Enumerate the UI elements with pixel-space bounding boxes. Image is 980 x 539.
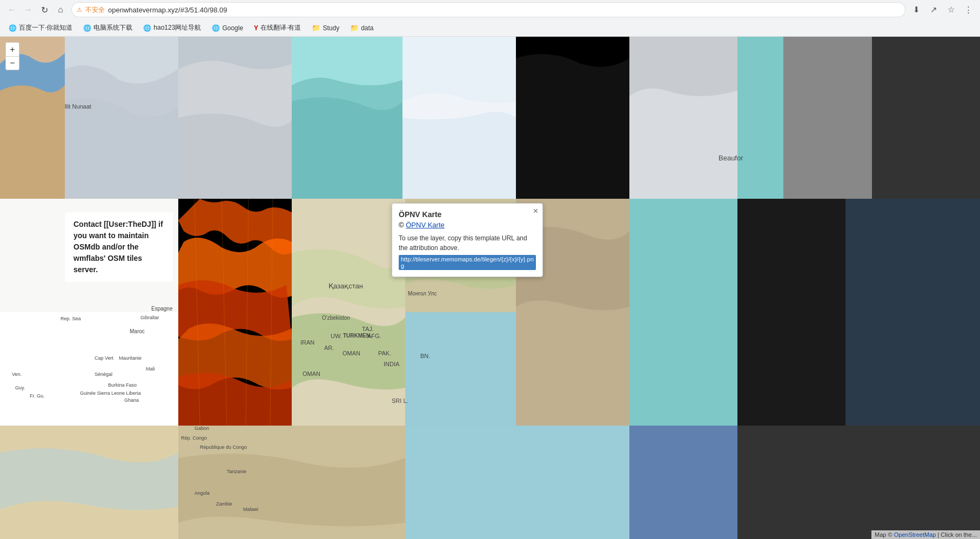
bookmark-youdao-label: 在线翻译·有道: [260, 23, 301, 32]
map-tile-bottom-mid: [178, 426, 405, 539]
bookmark-study-folder-icon: 📁: [312, 24, 320, 32]
bookmark-youdao[interactable]: Y 在线翻译·有道: [250, 22, 305, 33]
bookmark-hao123-icon: 🌐: [143, 24, 151, 32]
map-tile-bottom-left: [0, 426, 178, 539]
bookmark-star-button[interactable]: ☆: [943, 2, 958, 17]
browser-toolbar: ← → ↻ ⌂ ⚠ 不安全 openwhatevermap.xyz/#3/51.…: [0, 0, 980, 19]
map-attribution: Map © OpenStreetMap | Click on the...: [871, 530, 980, 539]
bookmark-diannaoxitong[interactable]: 🌐 电脑系统下载: [79, 22, 137, 33]
bookmark-baidu-icon: 🌐: [9, 24, 17, 32]
label-mali: Mali: [146, 366, 155, 372]
security-label: 不安全: [85, 5, 105, 15]
popup-url-template[interactable]: http://tileserver.memomaps.de/tilegen/{z…: [399, 255, 536, 270]
map-tile-bottom-ocean: [405, 426, 629, 539]
bookmark-baidu-label: 百度一下·你就知道: [19, 23, 72, 32]
home-button[interactable]: ⌂: [53, 2, 68, 17]
toolbar-icons: ⬇ ↗ ☆ ⋮: [909, 2, 976, 17]
bookmark-google-label: Google: [222, 24, 243, 32]
map-tile-bottom-blue: [629, 426, 737, 539]
zoom-out-button[interactable]: −: [5, 56, 19, 70]
forward-button[interactable]: →: [21, 2, 36, 17]
label-guinee: Guinée Sierra Leone Liberia: [80, 390, 141, 397]
map-tile-bottom-right: [737, 426, 980, 539]
map-tile-6: [516, 37, 629, 199]
bookmark-data[interactable]: 📁 data: [346, 23, 378, 33]
map-container[interactable]: llit Nunaat Beaufor Қазақстан O'zbekisto…: [0, 37, 980, 539]
bookmark-youdao-icon: Y: [254, 24, 258, 32]
attribution-osm-link[interactable]: OpenStreetMap: [894, 531, 936, 538]
label-ghana: Ghana: [124, 397, 139, 403]
bookmark-study-label: Study: [323, 24, 339, 32]
bookmark-data-folder-icon: 📁: [350, 24, 359, 32]
attribution-prefix: ©: [399, 221, 404, 229]
map-tile-ocean-ea: [405, 312, 516, 426]
popup-close-button[interactable]: ×: [533, 207, 538, 215]
label-venezia: Ven.: [12, 372, 22, 377]
bookmark-google[interactable]: 🌐 Google: [207, 23, 247, 33]
download-button[interactable]: ⬇: [909, 2, 924, 17]
map-tile-asia1: [292, 199, 405, 426]
attribution-map-text: Map ©: [875, 531, 892, 538]
map-tile-7: [629, 37, 737, 199]
zoom-in-button[interactable]: +: [5, 42, 19, 56]
label-senegal: Sénégal: [95, 372, 112, 377]
map-tile-4: [292, 37, 402, 199]
map-controls: + −: [5, 42, 19, 70]
bookmark-hao123[interactable]: 🌐 hao123网址导航: [139, 22, 205, 33]
nav-buttons: ← → ↻ ⌂: [4, 2, 68, 17]
label-gibraltar: Gibraltar: [140, 315, 159, 320]
contact-overlay: Contact [[User:TheDJ]] if you want to ma…: [65, 212, 173, 282]
bookmark-diannaoxitong-icon: 🌐: [83, 24, 91, 32]
map-tile-fire: [178, 199, 292, 426]
label-capvert: Cap Vert: [95, 355, 113, 361]
map-tile-9: [783, 37, 980, 199]
bookmark-google-icon: 🌐: [212, 24, 220, 32]
bookmarks-bar: 🌐 百度一下·你就知道 🌐 电脑系统下载 🌐 hao123网址导航 🌐 Goog…: [0, 19, 980, 37]
share-button[interactable]: ↗: [926, 2, 941, 17]
bookmark-data-label: data: [361, 24, 373, 32]
bookmark-diannaoxitong-label: 电脑系统下载: [93, 23, 132, 32]
reload-button[interactable]: ↻: [37, 2, 52, 17]
bookmark-study[interactable]: 📁 Study: [307, 23, 344, 33]
bookmark-baidu[interactable]: 🌐 百度一下·你就知道: [4, 22, 77, 33]
label-maroc: Maroc: [130, 328, 145, 334]
more-button[interactable]: ⋮: [961, 2, 976, 17]
popup-attribution: © ÖPNV Karte: [399, 221, 536, 229]
map-tile-8: [737, 37, 783, 199]
map-tile-ocean2: [629, 199, 737, 426]
address-bar[interactable]: ⚠ 不安全 openwhatevermap.xyz/#3/51.40/98.09: [71, 2, 905, 17]
popup-body-text: To use the layer, copy this template URL…: [399, 233, 536, 253]
security-icon: ⚠: [77, 6, 82, 14]
label-fr-gu: Fr. Gu.: [30, 393, 45, 399]
popup-title: ÖPNV Karte: [399, 210, 536, 219]
bookmark-hao123-label: hao123网址导航: [153, 23, 201, 32]
label-rep-sea: Rep. Sea: [61, 316, 81, 322]
map-tile-3: [178, 37, 292, 199]
svg-rect-4: [629, 426, 737, 539]
map-tile-5: [402, 37, 516, 199]
attribution-click-text: | Click on the...: [937, 531, 977, 538]
label-guy: Guy.: [15, 385, 25, 390]
opnv-popup: × ÖPNV Karte © ÖPNV Karte To use the lay…: [392, 203, 543, 277]
map-tile-dark-right: [737, 199, 980, 426]
back-button[interactable]: ←: [4, 2, 19, 17]
label-burkina: Burkina Faso: [108, 382, 137, 389]
map-tile-2: [65, 37, 178, 199]
url-text: openwhatevermap.xyz/#3/51.40/98.09: [108, 6, 900, 14]
popup-attribution-link[interactable]: ÖPNV Karte: [406, 221, 445, 229]
browser-chrome: ← → ↻ ⌂ ⚠ 不安全 openwhatevermap.xyz/#3/51.…: [0, 0, 980, 37]
label-mauritanie: Mauritanie: [119, 355, 142, 361]
